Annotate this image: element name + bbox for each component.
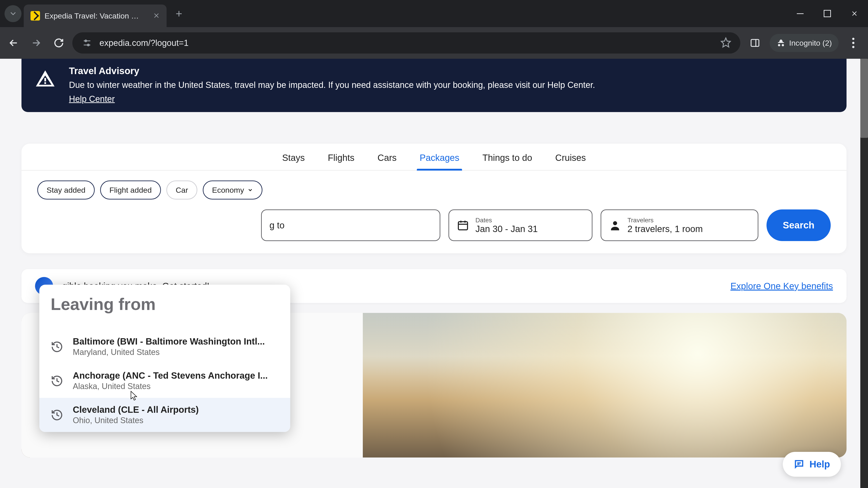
tab-flights[interactable]: Flights [327,144,356,170]
tune-icon [82,38,92,48]
one-key-benefits-link[interactable]: Explore One Key benefits [730,281,833,291]
pill-economy[interactable]: Economy [203,181,262,199]
calendar-icon [457,219,469,231]
close-icon [153,12,160,19]
browser-menu-button[interactable] [843,33,864,53]
help-label: Help [809,459,830,470]
tab-cruises[interactable]: Cruises [554,144,587,170]
search-button[interactable]: Search [767,209,831,241]
warning-icon [35,69,55,89]
svg-marker-10 [721,38,730,47]
leaving-from-dropdown: Baltimore (BWI - Baltimore Washington In… [39,285,290,432]
travel-advisory-banner: Travel Advisory Due to winter weather in… [22,59,846,112]
arrow-right-icon [31,38,41,48]
chevron-down-icon [8,9,18,18]
history-icon [51,375,63,387]
history-icon [51,409,63,421]
suggestion-secondary: Maryland, United States [73,348,265,357]
window-maximize-button[interactable] [814,4,841,23]
expedia-favicon-icon [31,11,40,21]
incognito-icon [776,38,785,47]
advisory-heading: Travel Advisory [69,66,595,76]
page-viewport: Travel Advisory Due to winter weather in… [0,59,868,488]
advisory-help-link[interactable]: Help Center [69,94,115,104]
travelers-label: Travelers [627,217,703,224]
bookmark-button[interactable] [720,37,731,49]
pill-car[interactable]: Car [166,181,197,199]
window-close-button[interactable] [841,4,868,23]
mouse-cursor-icon [130,391,138,401]
panel-icon [750,38,760,48]
scrollbar-thumb[interactable] [860,59,868,138]
omnibox[interactable]: expedia.com/?logout=1 [72,32,740,54]
chevron-down-icon [247,187,253,193]
reload-icon [54,38,64,48]
travelers-field[interactable]: Travelers 2 travelers, 1 room [600,209,758,241]
pill-flight-added[interactable]: Flight added [100,181,161,199]
advisory-body: Due to winter weather in the United Stat… [69,79,595,91]
pill-stay-added[interactable]: Stay added [37,181,95,199]
tab-search-button[interactable] [4,5,22,22]
svg-point-17 [613,221,617,225]
going-to-field[interactable]: g to [261,209,440,241]
star-icon [720,37,731,48]
nav-back-button[interactable] [4,34,23,52]
arrow-left-icon [8,38,19,48]
history-icon [51,340,63,353]
svg-rect-13 [458,222,468,230]
url-text: expedia.com/?logout=1 [99,38,714,48]
tab-packages[interactable]: Packages [418,144,461,170]
incognito-indicator[interactable]: Incognito (2) [770,34,839,52]
suggestion-primary: Baltimore (BWI - Baltimore Washington In… [73,336,265,347]
nav-reload-button[interactable] [50,34,68,52]
suggestion-primary: Cleveland (CLE - All Airports) [73,404,199,415]
suggestion-primary: Anchorage (ANC - Ted Stevens Anchorage I… [73,370,268,381]
suggestion-secondary: Alaska, United States [73,382,268,391]
suggestion-cleveland[interactable]: Cleveland (CLE - All Airports) Ohio, Uni… [39,398,290,432]
person-icon [609,219,621,231]
leaving-from-input[interactable] [51,295,279,314]
search-wizard: Stays Flights Cars Packages Things to do… [22,144,846,253]
travelers-value: 2 travelers, 1 room [627,224,703,234]
dates-label: Dates [475,217,538,224]
package-option-pills: Stay added Flight added Car Economy [22,170,846,199]
chat-icon [794,459,804,470]
kebab-icon [846,38,860,48]
incognito-label: Incognito (2) [789,39,832,47]
browser-tab-strip: Expedia Travel: Vacation Homes + [0,0,868,27]
tab-cars[interactable]: Cars [376,144,398,170]
help-widget[interactable]: Help [783,452,841,477]
browser-toolbar: expedia.com/?logout=1 Incognito (2) [0,27,868,59]
browser-tab-active[interactable]: Expedia Travel: Vacation Homes [24,4,166,27]
suggestion-baltimore[interactable]: Baltimore (BWI - Baltimore Washington In… [39,330,290,364]
dates-value: Jan 30 - Jan 31 [475,224,538,234]
suggestion-secondary: Ohio, United States [73,416,199,425]
pill-economy-label: Economy [212,186,244,195]
tab-title: Expedia Travel: Vacation Homes [44,11,144,20]
tab-stays[interactable]: Stays [281,144,306,170]
lob-tabs: Stays Flights Cars Packages Things to do… [22,144,846,170]
svg-rect-11 [751,39,759,46]
tab-close-button[interactable] [153,11,160,21]
close-icon [851,10,858,17]
suggestion-anchorage[interactable]: Anchorage (ANC - Ted Stevens Anchorage I… [39,364,290,398]
tab-things-to-do[interactable]: Things to do [481,144,533,170]
side-panel-button[interactable] [745,33,765,53]
site-info-button[interactable] [81,37,93,48]
nav-forward-button[interactable] [27,34,45,52]
page-scrollbar[interactable] [860,59,868,488]
going-to-partial-text: g to [270,220,285,230]
window-minimize-button[interactable] [786,4,814,23]
leaving-from-input-wrap[interactable] [39,285,290,330]
dates-field[interactable]: Dates Jan 30 - Jan 31 [448,209,592,241]
new-tab-button[interactable]: + [169,7,189,20]
search-fields-row: g to Dates Jan 30 - Jan 31 Travelers 2 t… [22,199,846,241]
